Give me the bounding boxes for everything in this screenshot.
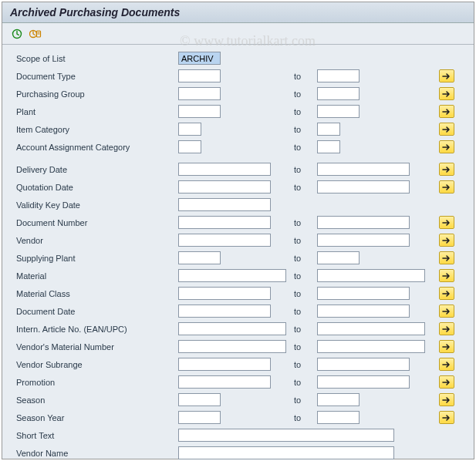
input-plant-from[interactable]: [178, 105, 221, 118]
row-promotion: Promotionto: [2, 373, 474, 391]
label-season-year: Season Year: [16, 413, 178, 422]
row-document-type: Document Typeto: [2, 67, 474, 85]
input-vendor-subrange-to[interactable]: [317, 358, 410, 371]
label-ean-upc: Intern. Article No. (EAN/UPC): [16, 325, 178, 334]
input-short-text[interactable]: [178, 429, 394, 442]
arrow-right-icon: [442, 90, 451, 98]
multiple-selection-button-material-class[interactable]: [439, 287, 454, 300]
multiple-selection-button-season[interactable]: [439, 393, 454, 406]
arrow-right-icon: [442, 396, 451, 404]
input-vendor-mat-no-from[interactable]: [178, 340, 286, 353]
row-vendor-mat-no: Vendor's Material Numberto: [2, 338, 474, 355]
input-vendor-to[interactable]: [317, 234, 410, 247]
multiple-selection-button-document-type[interactable]: [439, 69, 454, 82]
input-document-date-from[interactable]: [178, 305, 271, 318]
input-ean-upc-to[interactable]: [317, 322, 425, 335]
input-ean-upc-from[interactable]: [178, 322, 286, 335]
input-purchasing-group-from[interactable]: [178, 87, 221, 100]
arrow-right-icon: [442, 414, 451, 422]
multiple-selection-button-document-number[interactable]: [439, 216, 454, 229]
get-variant-button[interactable]: [27, 26, 44, 42]
input-plant-to[interactable]: [317, 105, 360, 118]
input-document-number-to[interactable]: [317, 216, 410, 229]
label-season: Season: [16, 395, 178, 405]
multiple-selection-button-item-category[interactable]: [439, 123, 454, 136]
arrow-right-icon: [442, 290, 451, 298]
multiple-selection-button-supplying-plant[interactable]: [439, 251, 454, 264]
multiple-selection-button-promotion[interactable]: [439, 375, 454, 389]
multiple-selection-button-vendor-subrange[interactable]: [439, 358, 454, 371]
input-vendor-subrange-from[interactable]: [178, 358, 271, 371]
input-material-class-from[interactable]: [178, 287, 271, 300]
input-document-date-to[interactable]: [317, 305, 410, 318]
to-label: to: [294, 289, 317, 298]
row-document-date: Document Dateto: [2, 302, 474, 320]
multiple-selection-button-document-date[interactable]: [439, 305, 454, 318]
input-promotion-to[interactable]: [317, 375, 410, 389]
input-season-to[interactable]: [317, 393, 360, 406]
input-supplying-plant-to[interactable]: [317, 251, 360, 264]
selection-form: Scope of List Document TypetoPurchasing …: [2, 45, 474, 461]
input-document-number-from[interactable]: [178, 216, 271, 229]
input-acct-assign-cat-to[interactable]: [317, 140, 340, 153]
input-material-class-to[interactable]: [317, 287, 410, 300]
row-scope-of-list: Scope of List: [2, 49, 474, 67]
to-label: to: [294, 165, 317, 174]
multiple-selection-button-ean-upc[interactable]: [439, 322, 454, 335]
input-season-year-from[interactable]: [178, 411, 221, 424]
input-purchasing-group-to[interactable]: [317, 87, 360, 100]
input-document-type-to[interactable]: [317, 69, 360, 82]
row-season: Seasonto: [2, 391, 474, 409]
row-validity-key-date: Validity Key Date: [2, 196, 474, 214]
input-season-from[interactable]: [178, 393, 221, 406]
multiple-selection-button-vendor[interactable]: [439, 234, 454, 247]
to-label: to: [294, 360, 317, 369]
input-promotion-from[interactable]: [178, 375, 271, 389]
arrow-right-icon: [442, 254, 451, 262]
label-vendor-mat-no: Vendor's Material Number: [16, 342, 178, 352]
multiple-selection-button-vendor-mat-no[interactable]: [439, 340, 454, 353]
input-scope-of-list[interactable]: [178, 52, 221, 65]
multiple-selection-button-plant[interactable]: [439, 105, 454, 118]
multiple-selection-button-season-year[interactable]: [439, 411, 454, 424]
input-quotation-date-from[interactable]: [178, 180, 271, 193]
input-material-to[interactable]: [317, 269, 425, 282]
input-vendor-mat-no-to[interactable]: [317, 340, 425, 353]
input-material-from[interactable]: [178, 269, 286, 282]
input-delivery-date-from[interactable]: [178, 163, 271, 176]
multiple-selection-button-material[interactable]: [439, 269, 454, 282]
row-season-year: Season Yearto: [2, 409, 474, 426]
row-ean-upc: Intern. Article No. (EAN/UPC)to: [2, 320, 474, 338]
multiple-selection-button-acct-assign-cat[interactable]: [439, 140, 454, 153]
input-vendor-name[interactable]: [178, 446, 394, 459]
input-item-category-to[interactable]: [317, 123, 340, 136]
label-plant: Plant: [16, 107, 178, 116]
to-label: to: [294, 72, 317, 81]
label-vendor-subrange: Vendor Subrange: [16, 360, 178, 369]
label-acct-assign-cat: Account Assignment Category: [16, 143, 178, 152]
input-supplying-plant-from[interactable]: [178, 251, 221, 264]
multiple-selection-button-delivery-date[interactable]: [439, 163, 454, 176]
input-quotation-date-to[interactable]: [317, 180, 410, 193]
arrow-right-icon: [442, 72, 451, 80]
label-scope-of-list: Scope of List: [16, 54, 178, 63]
row-plant: Plantto: [2, 103, 474, 120]
input-season-year-to[interactable]: [317, 411, 360, 424]
to-label: to: [294, 236, 317, 245]
input-vendor-from[interactable]: [178, 234, 271, 247]
label-purchasing-group: Purchasing Group: [16, 89, 178, 99]
arrow-right-icon: [442, 361, 451, 368]
input-acct-assign-cat-from[interactable]: [178, 140, 201, 153]
input-delivery-date-to[interactable]: [317, 163, 410, 176]
input-validity-key-date[interactable]: [178, 198, 271, 211]
input-document-type-from[interactable]: [178, 69, 221, 82]
multiple-selection-button-quotation-date[interactable]: [439, 180, 454, 193]
execute-button[interactable]: [8, 26, 25, 42]
label-vendor: Vendor: [16, 236, 178, 245]
row-document-number: Document Numberto: [2, 214, 474, 231]
row-supplying-plant: Supplying Plantto: [2, 249, 474, 267]
row-acct-assign-cat: Account Assignment Categoryto: [2, 138, 474, 156]
input-item-category-from[interactable]: [178, 123, 201, 136]
multiple-selection-button-purchasing-group[interactable]: [439, 87, 454, 100]
arrow-right-icon: [442, 343, 451, 351]
